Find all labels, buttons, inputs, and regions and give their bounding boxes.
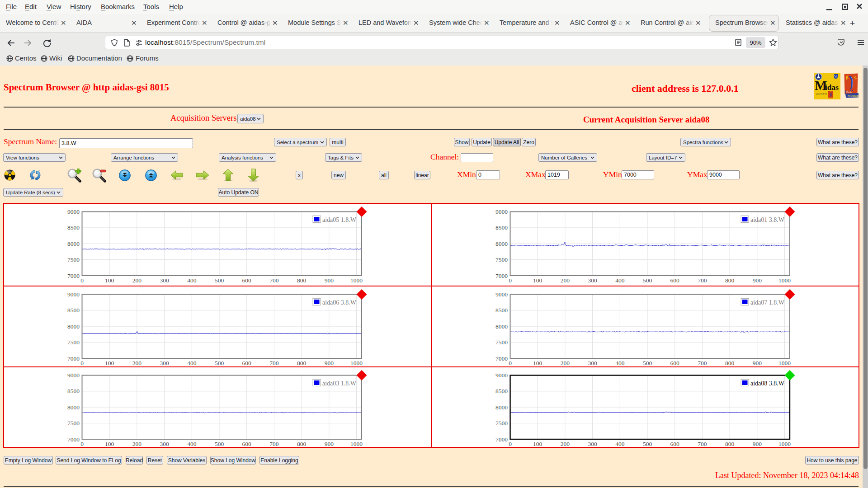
svg-text:200: 200 [560, 359, 570, 366]
svg-text:900: 900 [325, 359, 334, 366]
svg-text:300: 300 [160, 441, 169, 447]
svg-text:900: 900 [325, 441, 334, 447]
svg-text:POWERED: POWERED [848, 95, 859, 97]
svg-text:1000: 1000 [350, 441, 363, 447]
svg-text:600: 600 [242, 441, 252, 447]
svg-text:600: 600 [242, 277, 252, 284]
svg-text:7000: 7000 [495, 436, 508, 443]
svg-text:9000: 9000 [495, 372, 508, 379]
svg-text:400: 400 [615, 277, 625, 284]
svg-text:900: 900 [752, 359, 762, 366]
svg-text:500: 500 [643, 359, 652, 366]
svg-text:600: 600 [242, 359, 252, 366]
svg-text:700: 700 [269, 359, 279, 366]
svg-text:500: 500 [215, 359, 224, 366]
svg-text:7500: 7500 [495, 339, 508, 346]
svg-text:500: 500 [643, 277, 652, 284]
svg-text:300: 300 [588, 277, 597, 284]
svg-text:100: 100 [105, 277, 114, 284]
svg-text:8000: 8000 [67, 404, 80, 411]
svg-text:600: 600 [670, 441, 679, 447]
svg-text:600: 600 [670, 277, 679, 284]
svg-text:200: 200 [132, 441, 142, 447]
svg-text:0: 0 [509, 359, 512, 366]
svg-text:500: 500 [215, 277, 224, 284]
svg-text:200: 200 [560, 277, 570, 284]
svg-text:700: 700 [269, 277, 279, 284]
svg-text:7000: 7000 [67, 436, 80, 443]
svg-text:7500: 7500 [67, 256, 80, 263]
svg-text:800: 800 [297, 277, 307, 284]
svg-text:0: 0 [509, 277, 512, 284]
svg-text:1000: 1000 [778, 359, 791, 366]
svg-text:400: 400 [187, 441, 197, 447]
svg-text:aida07 1.8.W: aida07 1.8.W [750, 299, 785, 305]
svg-text:9000: 9000 [67, 291, 80, 298]
svg-text:300: 300 [588, 441, 597, 447]
svg-text:200: 200 [132, 359, 142, 366]
svg-text:7000: 7000 [495, 272, 508, 279]
svg-text:0: 0 [80, 277, 84, 284]
svg-text:8000: 8000 [67, 323, 80, 329]
svg-text:700: 700 [269, 441, 279, 447]
svg-text:1000: 1000 [778, 277, 791, 284]
svg-text:aida08 3.8.W: aida08 3.8.W [750, 380, 785, 387]
svg-text:800: 800 [297, 441, 307, 447]
svg-text:400: 400 [615, 359, 625, 366]
svg-text:900: 900 [752, 277, 762, 284]
svg-text:800: 800 [725, 277, 735, 284]
svg-text:300: 300 [160, 359, 169, 366]
svg-text:8000: 8000 [67, 240, 80, 247]
svg-text:8000: 8000 [495, 323, 508, 329]
svg-text:800: 800 [297, 359, 307, 366]
svg-text:aida01 3.8.W: aida01 3.8.W [750, 216, 785, 223]
svg-text:100: 100 [533, 359, 542, 366]
svg-text:200: 200 [132, 277, 142, 284]
svg-text:500: 500 [643, 441, 652, 447]
svg-text:7000: 7000 [67, 355, 80, 361]
svg-text:100: 100 [533, 277, 542, 284]
svg-text:aida05 1.8.W: aida05 1.8.W [322, 216, 357, 223]
svg-text:400: 400 [187, 277, 197, 284]
svg-text:9000: 9000 [67, 208, 80, 215]
svg-text:8500: 8500 [67, 388, 80, 394]
svg-text:800: 800 [725, 359, 735, 366]
svg-text:8500: 8500 [495, 388, 508, 394]
svg-text:idas: idas [825, 83, 839, 92]
svg-text:8000: 8000 [495, 240, 508, 247]
svg-text:900: 900 [325, 277, 334, 284]
svg-text:1000: 1000 [350, 359, 363, 366]
svg-text:7500: 7500 [495, 420, 508, 427]
svg-text:0: 0 [80, 441, 84, 447]
svg-text:100: 100 [533, 441, 542, 447]
svg-text:8000: 8000 [495, 404, 508, 411]
svg-text:400: 400 [615, 441, 625, 447]
svg-text:aida06 3.8.W: aida06 3.8.W [322, 299, 357, 305]
svg-text:800: 800 [725, 441, 735, 447]
svg-text:300: 300 [160, 277, 169, 284]
svg-text:1000: 1000 [350, 277, 363, 284]
svg-text:500: 500 [215, 441, 224, 447]
svg-text:700: 700 [698, 359, 707, 366]
svg-text:8500: 8500 [495, 307, 508, 314]
svg-text:8500: 8500 [495, 224, 508, 231]
svg-text:700: 700 [698, 441, 707, 447]
svg-text:aida03 1.8.W: aida03 1.8.W [322, 380, 357, 387]
svg-text:100: 100 [105, 359, 114, 366]
svg-text:400: 400 [187, 359, 197, 366]
svg-text:600: 600 [670, 359, 679, 366]
svg-text:100: 100 [105, 441, 114, 447]
svg-text:9000: 9000 [495, 208, 508, 215]
svg-text:TCL/TK: TCL/TK [828, 97, 833, 98]
svg-text:7500: 7500 [495, 256, 508, 263]
svg-text:7000: 7000 [67, 272, 80, 279]
svg-text:300: 300 [588, 359, 597, 366]
svg-text:0: 0 [509, 441, 512, 447]
svg-text:7500: 7500 [67, 339, 80, 346]
svg-text:200: 200 [560, 441, 570, 447]
svg-text:9000: 9000 [67, 372, 80, 379]
svg-text:powered by: powered by [816, 93, 827, 95]
svg-text:1000: 1000 [778, 441, 791, 447]
svg-text:7000: 7000 [495, 355, 508, 361]
svg-text:900: 900 [752, 441, 762, 447]
